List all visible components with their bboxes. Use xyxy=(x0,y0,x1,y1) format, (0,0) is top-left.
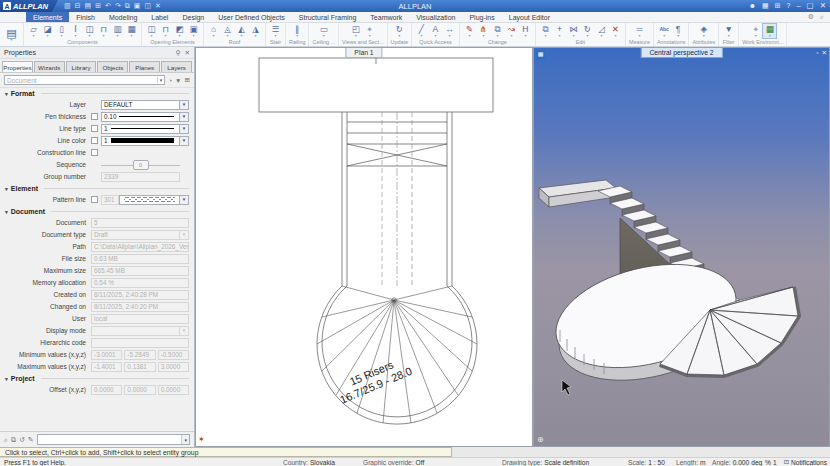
undo-icon[interactable]: ↶ xyxy=(105,0,111,12)
line-color-dropdown-button[interactable]: ▼ xyxy=(180,136,189,146)
panels-icon[interactable]: ▦ xyxy=(762,0,769,12)
window-icon[interactable]: ⊓▾ xyxy=(159,24,172,38)
pen-thickness-dropdown-button[interactable]: ▼ xyxy=(180,112,189,122)
window-layout-icon[interactable]: ◫ xyxy=(144,0,151,12)
redo-icon[interactable]: ↷ xyxy=(115,0,121,12)
status-slope-unit[interactable]: %1 xyxy=(765,458,777,466)
globe-icon[interactable]: ⊕ xyxy=(537,435,544,444)
recess-icon[interactable]: ▥▾ xyxy=(111,24,124,38)
stair-icon[interactable]: ☰▾ xyxy=(269,24,282,38)
copy-icon[interactable]: ⧉▾ xyxy=(539,24,552,38)
pattern-dropdown-button[interactable]: ▼ xyxy=(180,195,189,205)
menu-tab-elements[interactable]: Elements xyxy=(26,12,69,22)
pattern-preview[interactable] xyxy=(119,195,180,205)
properties-palette-icon[interactable]: ▤ ▾ xyxy=(5,28,18,42)
tab-properties[interactable]: Properties xyxy=(2,61,33,72)
filter-icon[interactable]: ▼ xyxy=(175,77,181,84)
print-icon[interactable]: ⊞ xyxy=(95,0,101,12)
user-account-icon[interactable]: ☻ xyxy=(749,0,756,12)
wall-icon[interactable]: ▱▾ xyxy=(27,24,40,38)
french-window-icon[interactable]: ◩▾ xyxy=(173,24,186,38)
dialog-line-edit-icon[interactable]: ✎ xyxy=(28,436,34,444)
dialog-line-repeat-icon[interactable]: ↺ xyxy=(19,436,25,444)
move-icon[interactable]: +▾ xyxy=(553,24,566,38)
view-restore-icon[interactable]: ▫ xyxy=(816,49,818,57)
dimension-icon[interactable]: ↔▾ xyxy=(443,24,456,38)
open-project-icon[interactable]: ⊟ xyxy=(75,0,81,12)
work-environment-icon[interactable]: ▦▾ xyxy=(763,24,776,38)
line-type-checkbox[interactable] xyxy=(91,125,98,132)
label-icon[interactable]: ¶▾ xyxy=(672,24,685,38)
menu-tab-plug-ins[interactable]: Plug-ins xyxy=(462,12,501,22)
filter-input[interactable]: Document ▾ xyxy=(4,75,165,85)
upstand-beam-icon[interactable]: ◫▾ xyxy=(83,24,96,38)
new-document-icon[interactable]: ▥ xyxy=(64,0,71,12)
dialog-line-input[interactable]: ▾ xyxy=(37,434,190,445)
column-icon[interactable]: ▯▾ xyxy=(55,24,68,38)
split-icon[interactable]: ⋔▾ xyxy=(477,24,490,38)
tab-planes[interactable]: Planes xyxy=(129,61,160,72)
section-element[interactable]: ▾ Element xyxy=(5,185,189,192)
restore-button[interactable]: ▢ xyxy=(807,0,814,12)
menu-tab-layout-editor[interactable]: Layout Editor xyxy=(502,12,557,22)
roof-plane-icon[interactable]: ⌂▾ xyxy=(207,24,220,38)
skylight-icon[interactable]: ◮▾ xyxy=(249,24,262,38)
construction-line-checkbox[interactable] xyxy=(91,149,98,156)
section-icon[interactable]: ⌖▾ xyxy=(363,24,376,38)
perspective-view-tab[interactable]: Central perspective 2 xyxy=(640,48,722,58)
pin-icon[interactable]: ⚲ xyxy=(176,49,181,57)
layer-dropdown-button[interactable]: ▼ xyxy=(180,100,189,110)
resize-icon[interactable]: ◿▾ xyxy=(595,24,608,38)
compass-icon[interactable]: ✶ xyxy=(198,435,205,444)
status-graphic-override[interactable]: Graphic override:Off xyxy=(363,458,424,466)
dialog-line-zoom-icon[interactable]: ⌕ xyxy=(4,436,8,444)
chevron-down-icon[interactable]: ▾ xyxy=(181,435,189,444)
sequence-slider[interactable]: 0 xyxy=(101,160,180,170)
close-button[interactable]: ✕ xyxy=(820,0,826,12)
pen-thickness-combo[interactable]: 0.10 xyxy=(101,112,180,122)
status-angle[interactable]: Angle:0.000 deg xyxy=(712,458,762,466)
delete-icon[interactable]: ✕ xyxy=(155,0,161,12)
tab-objects[interactable]: Objects xyxy=(97,61,128,72)
line-color-combo[interactable]: 1 xyxy=(101,136,180,146)
dormer-icon[interactable]: ◭▾ xyxy=(235,24,248,38)
text-icon[interactable]: A▾ xyxy=(429,24,442,38)
pattern-line-checkbox[interactable] xyxy=(91,196,98,203)
search-icon[interactable]: ⌕ xyxy=(820,13,824,21)
railing-icon[interactable]: ∥▾ xyxy=(291,24,304,38)
minimize-button[interactable]: – xyxy=(796,0,800,12)
allplan-menu-button[interactable]: A ALLPLAN xyxy=(0,0,58,12)
section-format[interactable]: ▾ Format xyxy=(5,90,189,97)
perspective-viewport[interactable]: Central perspective 2 ▦ ▫ ✕ ⊕ xyxy=(533,47,830,447)
save-icon[interactable]: ▤ xyxy=(85,0,92,12)
update-3d-icon[interactable]: ↻▾ xyxy=(393,24,406,38)
attributes-icon[interactable]: ◈▾ xyxy=(697,24,710,38)
match-parameters-icon[interactable]: ◔ xyxy=(168,77,172,84)
menu-tab-modeling[interactable]: Modeling xyxy=(102,12,144,22)
dialog-icon[interactable]: ⊞ xyxy=(185,76,190,84)
sequence-slider-thumb[interactable]: 0 xyxy=(133,160,149,170)
modify-icon[interactable]: ✎▾ xyxy=(463,24,476,38)
status-drawing-type[interactable]: Drawing type:Scale definition xyxy=(502,458,589,466)
filter-icon[interactable]: ▼▾ xyxy=(722,24,735,38)
view-icon[interactable]: ◰▾ xyxy=(349,24,362,38)
stretch-icon[interactable]: ↝▾ xyxy=(505,24,518,38)
menu-tab-finish[interactable]: Finish xyxy=(69,12,102,22)
notifications-button[interactable]: ⊡ Notifications xyxy=(784,458,827,466)
shop-icon[interactable]: ⊞ xyxy=(775,0,781,12)
tab-wizards[interactable]: Wizards xyxy=(34,61,65,72)
menu-tab-design[interactable]: Design xyxy=(175,12,211,22)
layer-select[interactable]: DEFAULT xyxy=(101,100,180,110)
mirror-icon[interactable]: ⋈▾ xyxy=(567,24,580,38)
wall-line-icon[interactable]: ◪▾ xyxy=(41,24,54,38)
plan-viewport[interactable]: Plan 1 ✶ 15 Risers 16.7/25.9 - 28.0 xyxy=(195,47,533,447)
status-scale[interactable]: Scale:1 : 50 xyxy=(628,458,665,466)
workspace-icon[interactable]: ⌖▾ xyxy=(749,24,762,38)
section-project[interactable]: ▾ Project xyxy=(5,375,189,382)
niche-icon[interactable]: ▣▾ xyxy=(187,24,200,38)
edit-copy-icon[interactable]: ⧉▾ xyxy=(491,24,504,38)
view-menu-icon[interactable]: ▦ xyxy=(536,50,545,59)
tab-library[interactable]: Library xyxy=(66,61,97,72)
view-close-icon[interactable]: ✕ xyxy=(822,49,827,57)
copy-icon[interactable]: ⧉ xyxy=(125,0,130,12)
